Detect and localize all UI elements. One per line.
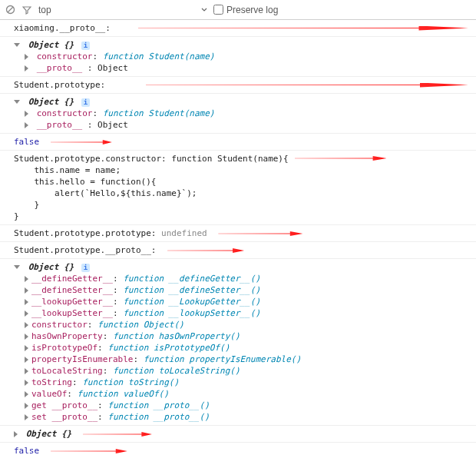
log-line: Student.prototype.constructor: function … <box>0 151 476 225</box>
prop-key: get __proto__ <box>31 400 98 410</box>
log-text: xiaoming.__proto__: <box>14 23 111 33</box>
info-icon[interactable]: i <box>81 42 90 50</box>
caret-right-icon <box>25 111 28 117</box>
object-property[interactable]: __proto__ : Object <box>14 119 473 131</box>
caret-right-icon <box>25 391 28 397</box>
prop-value: function valueOf() <box>78 389 169 399</box>
prop-key: constructor <box>37 51 93 61</box>
caret-right-icon <box>25 357 28 363</box>
clear-icon[interactable] <box>5 5 15 15</box>
object-header[interactable]: Object {} i <box>14 39 473 51</box>
log-line: false <box>0 443 476 455</box>
prop-key: toString <box>31 377 72 387</box>
prop-value: function __LookupGetter__() <box>123 297 260 307</box>
caret-right-icon <box>25 122 28 128</box>
caret-right-icon <box>25 54 28 60</box>
object-property[interactable]: __lookupGetter__: function __LookupGette… <box>14 296 473 307</box>
prop-value: function __proto__() <box>107 400 209 410</box>
prop-key: hasOwnProperty <box>31 331 103 341</box>
prop-key: toLocaleString <box>31 366 103 376</box>
object-property[interactable]: set __proto__: function __proto__() <box>14 411 473 423</box>
object-label: Object {} <box>28 97 74 107</box>
object-property[interactable]: propertyIsEnumerable: function propertyI… <box>14 354 473 365</box>
annotation-arrow <box>167 248 244 253</box>
prop-value: function propertyIsEnumerable() <box>144 354 301 364</box>
object-property[interactable]: __defineSetter__: function __defineSette… <box>14 284 473 296</box>
prop-value: : Object <box>88 120 128 130</box>
caret-right-icon[interactable] <box>14 431 18 437</box>
preserve-log-toggle[interactable]: Preserve log <box>213 5 278 15</box>
info-icon[interactable]: i <box>81 98 90 107</box>
object-property[interactable]: constructor: function Student(name) <box>14 108 473 119</box>
caret-down-icon <box>14 43 20 47</box>
prop-key: propertyIsEnumerable <box>31 354 133 364</box>
prop-value: function Student(name) <box>103 51 215 61</box>
prop-value: function hasOwnProperty() <box>113 331 240 341</box>
prop-key: valueOf <box>31 389 67 399</box>
object-header[interactable]: Object {} i <box>14 261 473 273</box>
object-block: Object {} i constructor: function Studen… <box>0 37 476 77</box>
prop-value: function __lookupSetter__() <box>123 308 260 318</box>
caret-down-icon <box>14 265 20 269</box>
log-line: Student.prototype.__proto__: <box>0 242 476 259</box>
code-block: Student.prototype.constructor: function … <box>14 153 289 222</box>
log-line: Student.prototype: <box>0 77 476 94</box>
prop-value: function toString() <box>82 377 179 387</box>
log-text: Student.prototype.__proto__: <box>14 245 156 255</box>
caret-right-icon <box>25 334 28 340</box>
annotation-arrow <box>295 156 387 161</box>
object-property[interactable]: constructor: function Object() <box>14 319 473 330</box>
prop-key: set __proto__ <box>31 412 98 422</box>
caret-right-icon <box>25 287 28 294</box>
console-toolbar: top Preserve log <box>0 0 476 20</box>
log-line: Object {} <box>0 426 476 443</box>
object-property[interactable]: toString: function toString() <box>14 377 473 388</box>
caret-right-icon <box>25 414 28 420</box>
object-header[interactable]: Object {} i <box>14 96 473 108</box>
object-property[interactable]: get __proto__: function __proto__() <box>14 400 473 411</box>
prop-key: constructor <box>37 108 93 118</box>
caret-right-icon <box>25 276 28 282</box>
object-block: Object {} i constructor: function Studen… <box>0 94 476 134</box>
prop-value: function toLocaleString() <box>113 366 240 376</box>
log-line: Student.prototype.prototype: undefined <box>0 225 476 242</box>
prop-key: __proto__ <box>37 63 83 73</box>
console-output: xiaoming.__proto__: Object {} i construc… <box>0 20 476 455</box>
caret-right-icon <box>25 368 28 374</box>
prop-key: __defineSetter__ <box>31 285 113 295</box>
object-property[interactable]: __proto__ : Object <box>14 62 473 74</box>
prop-value: function Student(name) <box>103 108 215 118</box>
log-value: undefined <box>161 228 207 238</box>
prop-key: constructor <box>31 320 88 330</box>
object-label: Object {} <box>28 262 74 272</box>
context-selector[interactable]: top <box>38 5 207 15</box>
object-block: Object {} i __defineGetter__: function _… <box>0 259 476 426</box>
object-property[interactable]: hasOwnProperty: function hasOwnProperty(… <box>14 330 473 342</box>
prop-key: __defineGetter__ <box>31 274 113 284</box>
prop-value: function __defineGetter__() <box>123 274 260 284</box>
log-value: false <box>14 137 39 147</box>
preserve-log-checkbox[interactable] <box>213 5 223 15</box>
object-label: Object {} <box>26 429 72 439</box>
log-value: false <box>14 446 39 455</box>
caret-right-icon <box>25 65 28 71</box>
object-property[interactable]: __lookupSetter__: function __lookupSette… <box>14 307 473 319</box>
log-line: false <box>0 134 476 151</box>
chevron-down-icon <box>201 5 207 15</box>
info-icon[interactable]: i <box>81 264 90 272</box>
object-property[interactable]: __defineGetter__: function __defineGette… <box>14 273 473 284</box>
caret-right-icon <box>25 403 28 409</box>
object-property[interactable]: isPrototypeOf: function isPrototypeOf() <box>14 342 473 354</box>
caret-right-icon <box>25 311 28 317</box>
prop-value: : Object <box>88 63 128 73</box>
object-property[interactable]: valueOf: function valueOf() <box>14 388 473 400</box>
prop-value: function __defineSetter__() <box>123 285 260 295</box>
object-property[interactable]: toLocaleString: function toLocaleString(… <box>14 365 473 377</box>
prop-value: function Object() <box>98 320 184 330</box>
log-text: Student.prototype: <box>14 80 105 90</box>
filter-icon[interactable] <box>21 5 32 15</box>
object-property[interactable]: constructor: function Student(name) <box>14 51 473 62</box>
prop-key: __lookupGetter__ <box>31 297 113 307</box>
prop-key: __lookupSetter__ <box>31 308 113 318</box>
prop-value: function isPrototypeOf() <box>107 343 230 353</box>
